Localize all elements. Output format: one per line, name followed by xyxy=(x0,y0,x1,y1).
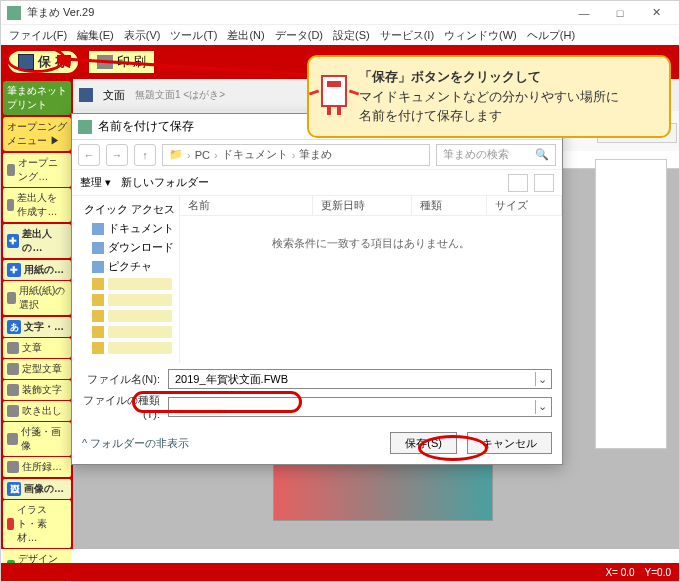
sidebar-section-image[interactable]: 🖼画像の… xyxy=(3,479,71,499)
maximize-button[interactable]: □ xyxy=(603,3,637,23)
filename-value: 2019_年賀状文面.FWB xyxy=(175,372,288,387)
sidebar-section-sender[interactable]: ✚差出人の… xyxy=(3,224,71,258)
save-label: 保 存 xyxy=(38,53,68,71)
organize-button[interactable]: 整理 ▾ xyxy=(80,175,111,190)
menu-item[interactable]: 差出(N) xyxy=(227,28,264,43)
crumb-documents[interactable]: ドキュメント xyxy=(222,147,288,162)
filename-input[interactable]: 2019_年賀状文面.FWB ⌄ xyxy=(168,369,552,389)
search-placeholder: 筆まめの検索 xyxy=(443,147,535,162)
print-button[interactable]: 印 刷 xyxy=(89,51,155,73)
callout-line1: 「保存」ボタンをクリックして xyxy=(359,69,541,84)
tree-blur[interactable] xyxy=(74,276,177,292)
col-type[interactable]: 種類 xyxy=(412,196,487,215)
menu-item[interactable]: ファイル(F) xyxy=(9,28,67,43)
save-as-dialog: 名前を付けて保存 ✕ ← → ↑ 📁 › PC › ドキュメント › 筆まめ 筆… xyxy=(71,113,563,465)
doc-tab[interactable]: 文面 xyxy=(103,88,125,103)
col-date[interactable]: 更新日時 xyxy=(313,196,411,215)
filetype-label: ファイルの種類(T): xyxy=(82,393,160,420)
minimize-button[interactable]: ― xyxy=(567,3,601,23)
app-window: 筆まめ Ver.29 ― □ ✕ ファイル(F) 編集(E) 表示(V) ツール… xyxy=(0,0,680,582)
callout-line3: 名前を付けて保存します xyxy=(359,106,657,126)
dialog-title: 名前を付けて保存 xyxy=(98,118,194,135)
menu-item[interactable]: 表示(V) xyxy=(124,28,161,43)
menu-item[interactable]: サービス(I) xyxy=(380,28,434,43)
sidebar-section-paper[interactable]: ✚用紙の… xyxy=(3,260,71,280)
view-button[interactable] xyxy=(508,174,528,192)
dialog-footer: ^ フォルダーの非表示 保存(S) キャンセル xyxy=(72,426,562,464)
sidebar-item-sticky[interactable]: 付箋・画像 xyxy=(3,422,71,456)
close-button[interactable]: ✕ xyxy=(639,3,673,23)
callout-line2: マイドキュメントなどの分かりやすい場所に xyxy=(359,87,657,107)
menubar: ファイル(F) 編集(E) 表示(V) ツール(T) 差出(N) データ(D) … xyxy=(1,25,679,45)
menu-item[interactable]: データ(D) xyxy=(275,28,323,43)
menu-item[interactable]: ツール(T) xyxy=(170,28,217,43)
sidebar-item-balloon[interactable]: 吹き出し xyxy=(3,401,71,421)
save-button[interactable]: 保 存 xyxy=(5,48,81,76)
tree-quick-access[interactable]: クイック アクセス xyxy=(74,200,177,219)
opening-menu-button[interactable]: オープニングメニュー ▶ xyxy=(3,117,71,151)
help-button[interactable] xyxy=(534,174,554,192)
sidebar-item-template[interactable]: 定型文章 xyxy=(3,359,71,379)
print-label: 印 刷 xyxy=(117,53,147,71)
sidebar-item-sender-create[interactable]: 差出人を作成す… xyxy=(3,188,71,222)
dialog-fields: ファイル名(N): 2019_年賀状文面.FWB ⌄ ファイルの種類(T): _… xyxy=(72,363,562,426)
tree-blur[interactable] xyxy=(74,324,177,340)
folder-tree[interactable]: クイック アクセス ドキュメント ダウンロード ピクチャ 筆まめ Ver.29 … xyxy=(72,196,180,363)
hide-folders-toggle[interactable]: ^ フォルダーの非表示 xyxy=(82,436,189,451)
statusbar: X= 0.0 Y=0.0 xyxy=(1,563,679,581)
sidebar-item-opening[interactable]: オープニング… xyxy=(3,153,71,187)
dialog-navbar: ← → ↑ 📁 › PC › ドキュメント › 筆まめ 筆まめの検索 🔍 xyxy=(72,140,562,170)
netprint-button[interactable]: 筆まめネットプリント xyxy=(3,81,71,115)
status-y: Y=0.0 xyxy=(645,567,671,578)
tree-blur[interactable] xyxy=(74,340,177,356)
new-folder-button[interactable]: 新しいフォルダー xyxy=(121,175,209,190)
chevron-down-icon[interactable]: ⌄ xyxy=(535,400,549,414)
doc-subtitle: 無題文面1 <はがき> xyxy=(135,88,225,102)
search-input[interactable]: 筆まめの検索 🔍 xyxy=(436,144,556,166)
forward-button[interactable]: → xyxy=(106,144,128,166)
menu-item[interactable]: ヘルプ(H) xyxy=(527,28,575,43)
menu-item[interactable]: 編集(E) xyxy=(77,28,114,43)
filetype-select[interactable]: ________ ⌄ xyxy=(168,397,552,417)
col-name[interactable]: 名前 xyxy=(180,196,313,215)
crumb-pc[interactable]: PC xyxy=(195,149,210,161)
sidebar-item-text[interactable]: 文章 xyxy=(3,338,71,358)
titlebar: 筆まめ Ver.29 ― □ ✕ xyxy=(1,1,679,25)
filetype-value: ________ xyxy=(175,401,224,413)
printer-icon xyxy=(97,55,113,69)
dialog-cancel-button[interactable]: キャンセル xyxy=(467,432,552,454)
empty-message: 検索条件に一致する項目はありません。 xyxy=(180,216,562,363)
sidebar-item-decor[interactable]: 装飾文字 xyxy=(3,380,71,400)
tree-blur[interactable] xyxy=(74,292,177,308)
menu-item[interactable]: 設定(S) xyxy=(333,28,370,43)
doc-icon xyxy=(79,88,93,102)
tree-blur[interactable] xyxy=(74,308,177,324)
sidebar: 筆まめネットプリント オープニングメニュー ▶ オープニング… 差出人を作成す…… xyxy=(1,79,73,549)
tree-downloads[interactable]: ダウンロード xyxy=(74,238,177,257)
search-icon: 🔍 xyxy=(535,148,549,161)
postcard-preview[interactable] xyxy=(595,159,667,449)
sidebar-item-address[interactable]: 住所録… xyxy=(3,457,71,477)
folder-icon: 📁 xyxy=(169,148,183,161)
menu-item[interactable]: ウィンドウ(W) xyxy=(444,28,517,43)
dialog-save-button[interactable]: 保存(S) xyxy=(390,432,457,454)
filename-label: ファイル名(N): xyxy=(82,372,160,387)
col-size[interactable]: サイズ xyxy=(487,196,562,215)
up-button[interactable]: ↑ xyxy=(134,144,156,166)
tree-pictures[interactable]: ピクチャ xyxy=(74,257,177,276)
sidebar-item-paper-select[interactable]: 用紙(紙)の選択 xyxy=(3,281,71,315)
back-button[interactable]: ← xyxy=(78,144,100,166)
sidebar-item-illust[interactable]: イラスト・素材… xyxy=(3,500,71,548)
column-headers[interactable]: 名前 更新日時 種類 サイズ xyxy=(180,196,562,216)
tree-documents[interactable]: ドキュメント xyxy=(74,219,177,238)
floppy-icon xyxy=(18,54,34,70)
sidebar-section-text[interactable]: あ文字・… xyxy=(3,317,71,337)
dialog-toolbar: 整理 ▾ 新しいフォルダー xyxy=(72,170,562,196)
crumb-current[interactable]: 筆まめ xyxy=(299,147,332,162)
chevron-down-icon[interactable]: ⌄ xyxy=(535,372,549,386)
app-title: 筆まめ Ver.29 xyxy=(27,5,567,20)
file-list: 名前 更新日時 種類 サイズ 検索条件に一致する項目はありません。 xyxy=(180,196,562,363)
breadcrumb[interactable]: 📁 › PC › ドキュメント › 筆まめ xyxy=(162,144,430,166)
large-preview[interactable] xyxy=(273,457,493,521)
instruction-callout: 「保存」ボタンをクリックして マイドキュメントなどの分かりやすい場所に 名前を付… xyxy=(307,55,671,138)
